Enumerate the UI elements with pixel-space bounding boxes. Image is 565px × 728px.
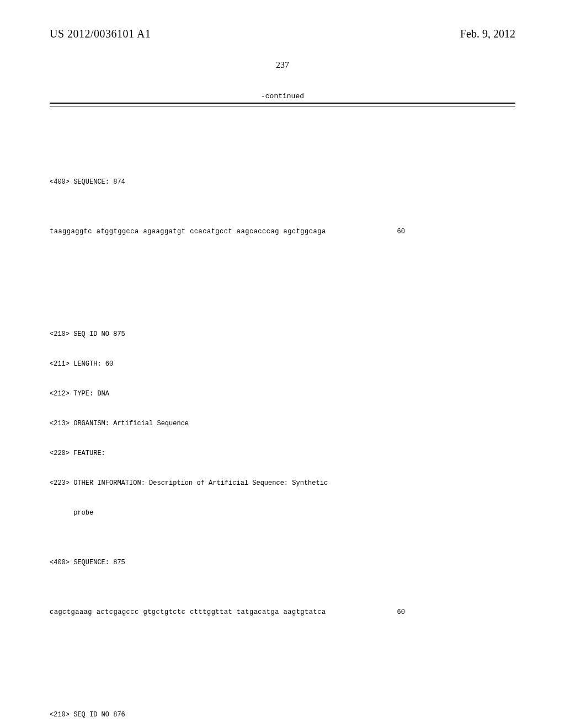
sequence-header-line: <212> TYPE: DNA [50,389,515,399]
sequence-block: <210> SEQ ID NO 875 <211> LENGTH: 60 <21… [50,309,515,637]
divider-top [50,103,515,104]
sequence-length-value: 60 [397,607,515,617]
publication-number: US 2012/0036101 A1 [50,28,151,40]
sequence-block: <210> SEQ ID NO 876 <211> LENGTH: 60 <21… [50,690,515,728]
sequence-header-line: <211> LENGTH: 60 [50,359,515,369]
sequence-pre-line: <400> SEQUENCE: 874 [50,177,515,187]
page-header: US 2012/0036101 A1 Feb. 9, 2012 [50,28,515,44]
sequence-listing: <400> SEQUENCE: 874 taaggaggtc atggtggcc… [50,117,515,728]
publication-date: Feb. 9, 2012 [460,28,515,40]
sequence-header-line: <223> OTHER INFORMATION: Description of … [50,478,515,488]
sequence-block: <400> SEQUENCE: 874 taaggaggtc atggtggcc… [50,157,515,256]
sequence-length-value: 60 [397,227,515,237]
sequence-header-line: <220> FEATURE: [50,448,515,458]
sequence-header-line: <210> SEQ ID NO 875 [50,329,515,339]
sequence-text: taaggaggtc atggtggcca agaaggatgt ccacatg… [50,227,326,237]
sequence-line: cagctgaaag actcgagccc gtgctgtctc ctttggt… [50,607,515,617]
sequence-header-line: <213> ORGANISM: Artificial Sequence [50,419,515,429]
page-number: 237 [50,60,515,70]
sequence-pre-line: <400> SEQUENCE: 875 [50,558,515,568]
sequence-text: cagctgaaag actcgagccc gtgctgtctc ctttggt… [50,607,326,617]
divider-bottom [50,106,515,106]
sequence-header-line: <210> SEQ ID NO 876 [50,710,515,720]
sequence-header-line: probe [50,508,515,518]
continued-label: -continued [50,92,515,100]
sequence-line: taaggaggtc atggtggcca agaaggatgt ccacatg… [50,227,515,237]
